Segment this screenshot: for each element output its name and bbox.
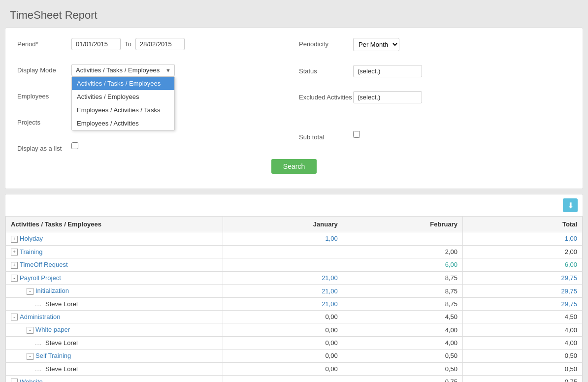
table-row: +Holyday1,001,00 <box>6 232 583 246</box>
cell-total: 4,00 <box>462 336 582 349</box>
table-row: -Administration0,004,504,50 <box>6 310 583 323</box>
table-row: -Website0,750,75 <box>6 375 583 382</box>
expand-icon[interactable]: + <box>11 236 18 243</box>
cell-jan: 1,00 <box>223 232 343 246</box>
col-header-jan: January <box>223 217 343 232</box>
report-table: Activities / Tasks / Employees January F… <box>5 216 583 382</box>
dropdown-item-2[interactable]: Activities / Employees <box>72 90 174 103</box>
cell-jan <box>223 245 343 258</box>
row-name: Payroll Project <box>20 274 61 282</box>
cell-total: 4,50 <box>462 310 582 323</box>
filter-panel: Period* To Display Mode Activities / Tas… <box>5 28 583 189</box>
row-name: Initialization <box>35 287 69 294</box>
row-name: Steve Lorel <box>45 365 78 373</box>
cell-feb <box>343 232 462 246</box>
expand-icon[interactable]: - <box>27 288 33 295</box>
expand-icon[interactable]: - <box>27 327 33 334</box>
cell-feb: 8,75 <box>343 285 462 298</box>
expand-icon[interactable]: - <box>27 353 33 360</box>
cell-total: 4,00 <box>462 323 582 337</box>
expand-icon[interactable]: + <box>11 249 18 255</box>
table-row: .... Steve Lorel21,008,7529,75 <box>6 297 583 310</box>
cell-jan: 0,00 <box>223 362 343 375</box>
status-input[interactable] <box>353 65 422 77</box>
cell-total: 2,00 <box>462 245 582 258</box>
row-name: Website <box>20 378 43 382</box>
cell-total: 29,75 <box>462 285 582 298</box>
display-as-list-label: Display as a list <box>17 142 71 152</box>
cell-feb: 8,75 <box>343 271 462 285</box>
cell-total: 0,50 <box>462 349 582 362</box>
cell-feb: 8,75 <box>343 297 462 310</box>
row-name: Training <box>20 248 42 255</box>
dot-prefix: .... <box>34 339 43 347</box>
row-name: TimeOff Request <box>20 261 68 268</box>
dropdown-item-4[interactable]: Employees / Activities <box>72 117 174 130</box>
cell-jan: 0,00 <box>223 349 343 362</box>
periodicity-select[interactable]: Per Month Per Week Per Day <box>353 38 399 51</box>
table-row: -Initialization21,008,7529,75 <box>6 285 583 298</box>
table-row: -White paper0,004,004,00 <box>6 323 583 337</box>
to-label: To <box>125 40 131 48</box>
search-btn-row: Search <box>17 159 571 174</box>
date-from-input[interactable] <box>71 38 121 50</box>
row-name: Steve Lorel <box>45 339 78 347</box>
display-mode-label: Display Mode <box>17 64 71 74</box>
cell-jan: 0,00 <box>223 336 343 349</box>
cell-jan <box>223 375 343 382</box>
cell-feb: 4,00 <box>343 323 462 337</box>
col-header-feb: February <box>343 217 462 232</box>
cell-total: 0,50 <box>462 362 582 375</box>
cell-jan: 21,00 <box>223 271 343 285</box>
dot-prefix: .... <box>34 365 43 373</box>
excluded-label: Excluded Activities <box>299 91 353 101</box>
display-as-list-checkbox[interactable] <box>71 142 78 149</box>
table-row: +Training2,002,00 <box>6 245 583 258</box>
date-to-input[interactable] <box>135 38 185 50</box>
cell-feb: 0,50 <box>343 362 462 375</box>
search-button[interactable]: Search <box>271 159 317 174</box>
cell-feb: 4,00 <box>343 336 462 349</box>
cell-jan: 21,00 <box>223 297 343 310</box>
cell-total: 6,00 <box>462 258 582 272</box>
sub-total-label: Sub total <box>299 131 353 141</box>
table-row: -Self Training0,000,500,50 <box>6 349 583 362</box>
cell-feb: 6,00 <box>343 258 462 272</box>
periodicity-label: Periodicity <box>299 38 353 48</box>
display-mode-dropdown: Activities / Tasks / Employees Activitie… <box>71 76 175 130</box>
status-label: Status <box>299 65 353 75</box>
table-row: .... Steve Lorel0,000,500,50 <box>6 362 583 375</box>
cell-jan <box>223 258 343 272</box>
cell-jan: 0,00 <box>223 323 343 337</box>
row-name: Administration <box>20 313 60 320</box>
dropdown-item-1[interactable]: Activities / Tasks / Employees <box>72 77 174 90</box>
period-label: Period* <box>17 38 71 48</box>
expand-icon[interactable]: - <box>11 275 18 282</box>
expand-icon[interactable]: - <box>11 314 18 320</box>
cell-total: 0,75 <box>462 375 582 382</box>
projects-label: Projects <box>17 116 71 126</box>
cell-feb: 0,75 <box>343 375 462 382</box>
row-name: Holyday <box>20 235 43 242</box>
excluded-input[interactable] <box>353 91 422 103</box>
expand-icon[interactable]: + <box>11 262 18 269</box>
col-header-name: Activities / Tasks / Employees <box>6 217 223 232</box>
employees-label: Employees <box>17 90 71 100</box>
cell-feb: 0,50 <box>343 349 462 362</box>
table-row: +TimeOff Request6,006,00 <box>6 258 583 272</box>
sub-total-checkbox[interactable] <box>353 131 360 138</box>
cell-total: 29,75 <box>462 271 582 285</box>
cell-total: 29,75 <box>462 297 582 310</box>
row-name: Steve Lorel <box>45 300 78 308</box>
row-name: White paper <box>35 326 70 333</box>
cell-total: 1,00 <box>462 232 582 246</box>
table-row: -Payroll Project21,008,7529,75 <box>6 271 583 285</box>
table-section: ⬇ Activities / Tasks / Employees January… <box>5 194 583 382</box>
dropdown-item-3[interactable]: Employees / Activities / Tasks <box>72 103 174 117</box>
cell-feb: 4,50 <box>343 310 462 323</box>
expand-icon[interactable]: - <box>11 379 18 382</box>
display-mode-select[interactable]: Activities / Tasks / Employees Activitie… <box>71 64 175 76</box>
download-button[interactable]: ⬇ <box>563 198 578 212</box>
row-name: Self Training <box>35 352 71 359</box>
col-header-total: Total <box>462 217 582 232</box>
